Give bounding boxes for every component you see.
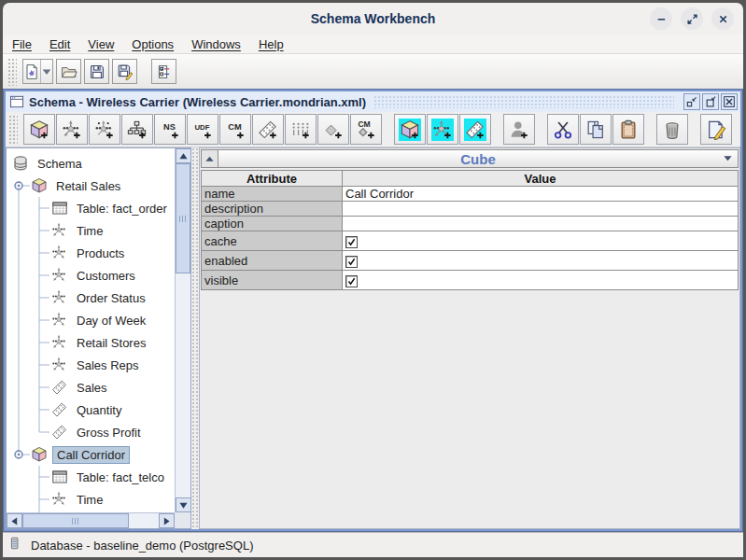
tree-node-sales-reps[interactable]: Sales Reps — [7, 354, 175, 376]
add-virtual-dimension-button[interactable] — [427, 114, 458, 145]
new-dropdown-arrow[interactable] — [40, 60, 52, 83]
scroll-left-button[interactable] — [7, 513, 22, 528]
titlebar-texture — [373, 95, 674, 108]
copy-button[interactable] — [580, 114, 612, 145]
delete-button[interactable] — [656, 114, 688, 145]
tree-node-schema[interactable]: Schema — [7, 152, 175, 175]
frame-iconify-button[interactable] — [683, 93, 700, 110]
add-hierarchy-button[interactable] — [121, 114, 153, 145]
save-as-button[interactable] — [112, 59, 137, 84]
window-minimize-button[interactable] — [650, 7, 672, 30]
attribute-value-cell[interactable] — [343, 271, 739, 290]
status-text: Database - baseline_demo (PostgreSQL) — [31, 539, 253, 553]
attribute-value-cell[interactable] — [343, 251, 739, 271]
tree-node-table-fact-order[interactable]: Table: fact_order — [7, 197, 175, 219]
window-titlebar[interactable]: Schema Workbench — [3, 3, 743, 35]
tree-node-quantity[interactable]: Quantity — [7, 399, 175, 421]
horizontal-scroll-thumb[interactable] — [22, 513, 129, 528]
tree-node-products[interactable]: Products — [7, 242, 175, 264]
add-dimension-button[interactable] — [56, 114, 88, 145]
tree-node-call-corridor[interactable]: Call Corridor — [7, 443, 175, 466]
database-icon — [10, 535, 22, 555]
tree-node-sales[interactable]: Sales — [7, 376, 175, 399]
menu-edit[interactable]: Edit — [49, 37, 70, 51]
window-close-button[interactable] — [711, 7, 734, 30]
vertical-scroll-thumb[interactable] — [176, 163, 190, 273]
menu-windows[interactable]: Windows — [191, 37, 241, 51]
add-calculated-member-property-button[interactable]: CM — [350, 114, 382, 145]
tree-node-retail-sales[interactable]: Retail Sales — [7, 175, 175, 197]
element-type-bar[interactable]: Cube — [218, 149, 739, 168]
add-virtual-measure-button[interactable] — [459, 114, 491, 145]
add-role-button[interactable] — [503, 114, 535, 145]
frame-close-button[interactable] — [721, 93, 738, 110]
tree-node-order-status[interactable]: Order Status — [7, 287, 175, 309]
scroll-down-button[interactable] — [176, 497, 191, 512]
attribute-row-cache: cache — [202, 231, 739, 251]
add-named-set-button[interactable]: NS — [154, 114, 186, 145]
menu-view[interactable]: View — [88, 37, 114, 51]
tree-vertical-scrollbar[interactable] — [175, 148, 190, 512]
chevron-down-icon[interactable] — [723, 150, 733, 167]
attribute-value-cell[interactable] — [343, 217, 739, 231]
tree-node-table-fact-telco[interactable]: Table: fact_telco — [7, 466, 175, 488]
open-folder-icon — [61, 63, 77, 80]
attribute-column-header[interactable]: Attribute — [202, 171, 343, 187]
tree-node-time[interactable]: Time — [7, 219, 175, 242]
attribute-value-cell[interactable] — [343, 202, 739, 217]
panel-splitter[interactable] — [191, 147, 199, 529]
enabled-checkbox[interactable] — [345, 256, 358, 268]
scroll-up-button[interactable] — [176, 148, 191, 163]
tree-node-customers[interactable]: Customers — [7, 264, 175, 287]
tree-node-gross-profit[interactable]: Gross Profit — [7, 421, 175, 443]
statusbar: Database - baseline_demo (PostgreSQL) — [3, 532, 743, 557]
save-icon — [89, 63, 106, 80]
scroll-right-button[interactable] — [159, 513, 175, 528]
edit-mode-button[interactable] — [700, 114, 732, 145]
tree-node-time[interactable]: Time — [7, 488, 175, 511]
dimension-icon — [61, 119, 83, 141]
add-dimension-usage-button[interactable] — [89, 114, 120, 145]
vertical-scroll-track[interactable] — [176, 163, 190, 497]
add-calculated-member-button[interactable]: CM — [219, 114, 251, 145]
collapse-panel-button[interactable] — [201, 149, 218, 168]
horizontal-scroll-track[interactable] — [22, 513, 159, 528]
preferences-icon — [156, 63, 173, 80]
add-level-button[interactable] — [285, 114, 317, 145]
cut-button[interactable] — [547, 114, 579, 145]
frame-content: SchemaRetail SalesTable: fact_orderTimeP… — [6, 147, 740, 529]
add-user-defined-function-button[interactable]: UDF — [187, 114, 218, 145]
attribute-value-cell[interactable]: Call Corridor — [343, 187, 739, 202]
add-measure-button[interactable] — [252, 114, 284, 145]
schema-toolbar-drag-handle[interactable] — [7, 114, 18, 145]
open-button[interactable] — [56, 59, 81, 84]
dimension-icon — [51, 245, 68, 261]
cache-checkbox[interactable] — [345, 236, 358, 248]
internal-frame-titlebar[interactable]: Schema - Wireless Carrier (Wireless Carr… — [6, 91, 740, 112]
tree-node-day-of-week[interactable]: Day of Week — [7, 309, 175, 331]
menu-options[interactable]: Options — [132, 37, 174, 51]
new-button[interactable] — [22, 59, 53, 84]
window-maximize-button[interactable] — [681, 7, 703, 30]
value-column-header[interactable]: Value — [343, 171, 739, 187]
attribute-value-cell[interactable] — [343, 231, 739, 251]
menu-help[interactable]: Help — [259, 37, 284, 51]
tree-horizontal-scrollbar[interactable] — [7, 512, 175, 528]
toolbar-drag-handle[interactable] — [7, 57, 17, 86]
preferences-button[interactable] — [151, 59, 176, 84]
tree-node-label: Table: fact_order — [73, 201, 171, 217]
arrow-up-icon — [204, 154, 215, 164]
iconify-icon — [685, 95, 698, 108]
frame-maximize-button[interactable] — [702, 93, 719, 110]
paste-button[interactable] — [612, 114, 644, 145]
visible-checkbox[interactable] — [345, 275, 358, 287]
menu-file[interactable]: File — [12, 37, 32, 51]
add-property-button[interactable] — [317, 114, 349, 145]
save-button[interactable] — [84, 59, 109, 84]
add-cube-button[interactable] — [23, 114, 55, 145]
tree-node-retail-stores[interactable]: Retail Stores — [7, 331, 175, 354]
schema-toolbar: NSUDFCMCM — [6, 112, 740, 147]
close-icon — [716, 12, 730, 26]
attribute-name-cell: caption — [202, 217, 343, 231]
add-virtual-cube-button[interactable] — [394, 114, 426, 145]
